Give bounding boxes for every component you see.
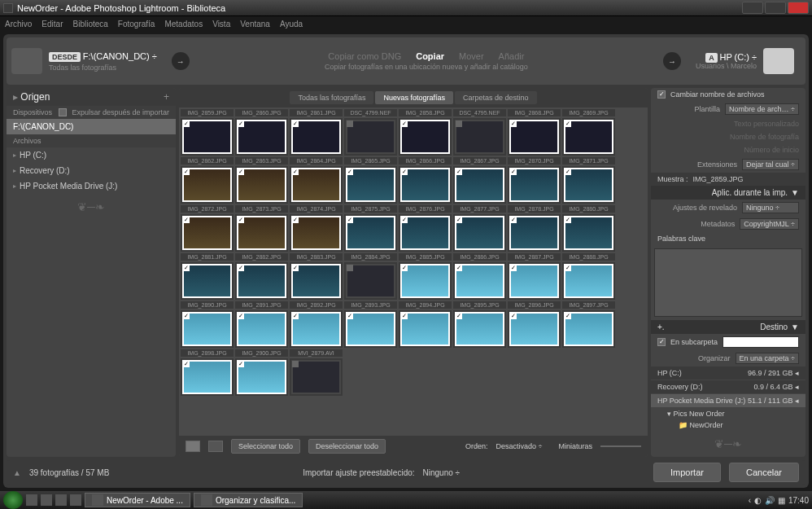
keywords-input[interactable] [654,248,802,317]
thumbnail-image[interactable] [564,312,613,346]
minimize-button[interactable] [742,2,763,14]
template-select[interactable]: Nombre de arch… ÷ [725,103,799,115]
menu-item[interactable]: Biblioteca [72,20,107,29]
thumbnail-image[interactable] [182,312,232,346]
thumbnail-image[interactable] [346,264,395,298]
thumbnail-image[interactable] [291,264,341,298]
filter-tab[interactable]: Carpetas de destino [455,91,537,104]
start-button[interactable] [3,491,23,509]
quick-launch-icon[interactable] [70,494,81,506]
thumbnail-image[interactable] [237,312,286,346]
thumbnail-image[interactable] [400,120,450,154]
thumb-size-slider[interactable] [600,445,641,447]
thumbnail-image[interactable] [509,264,559,298]
thumbnail-checkbox[interactable] [456,121,462,127]
thumbnail-checkbox[interactable]: ✓ [510,169,517,175]
thumbnail-checkbox[interactable]: ✓ [565,313,571,319]
import-mode-option[interactable]: Mover [459,51,484,61]
source-device[interactable]: F:\(CANON_DC) [7,119,176,134]
thumbnail-checkbox[interactable]: ✓ [183,217,190,223]
thumbnail-image[interactable] [237,168,286,202]
clock[interactable]: 17:40 [788,496,809,505]
thumbnail-image[interactable] [564,216,613,250]
destination-section-header[interactable]: +.Destino▼ [651,320,805,334]
apply-section-header[interactable]: Aplic. durante la imp.▼ [651,186,805,200]
thumbnail-checkbox[interactable]: ✓ [238,169,244,175]
thumbnail-checkbox[interactable]: ✓ [183,361,190,367]
menu-item[interactable]: Ventana [240,20,270,29]
destination-drive[interactable]: HP Pocket Media Drive (J:)51.1 / 111 GB … [651,394,805,408]
thumbnail-checkbox[interactable] [347,265,353,271]
thumbnail-image[interactable] [455,264,504,298]
dest-subfolder[interactable]: 📁 NewOrder [651,419,805,431]
thumbnail-image[interactable] [455,120,504,154]
thumbnail-checkbox[interactable]: ✓ [292,217,299,223]
thumbnail-checkbox[interactable]: ✓ [292,169,299,175]
thumbnail-image[interactable] [346,120,395,154]
thumbnail-checkbox[interactable]: ✓ [401,121,408,127]
eject-checkbox[interactable] [59,108,67,116]
thumbnail-image[interactable] [509,168,559,202]
thumbnail-image[interactable] [455,216,504,250]
thumbnail-checkbox[interactable]: ✓ [347,217,353,223]
deselect-all-button[interactable]: Deseleccionar todo [308,439,386,454]
from-path[interactable]: F:\(CANON_DC) ÷ [83,51,157,61]
thumbnail-image[interactable] [237,264,286,298]
menu-item[interactable]: Fotografía [118,20,155,29]
thumbnail-image[interactable] [182,216,232,250]
thumbnail-checkbox[interactable]: ✓ [183,121,190,127]
thumbnail-checkbox[interactable]: ✓ [510,265,517,271]
thumbnail-image[interactable] [564,168,613,202]
thumbnail-image[interactable] [291,216,341,250]
source-header[interactable]: Origen [7,88,176,106]
thumbnail-image[interactable] [182,264,232,298]
destination-drive[interactable]: HP (C:)96.9 / 291 GB ◂ [651,366,805,380]
thumbnail-checkbox[interactable]: ✓ [565,121,571,127]
loupe-view-button[interactable] [208,441,223,452]
thumbnail-checkbox[interactable]: ✓ [292,121,299,127]
menu-item[interactable]: Ayuda [280,20,303,29]
thumbnail-checkbox[interactable]: ✓ [401,169,408,175]
thumbnail-checkbox[interactable]: ✓ [238,121,244,127]
thumbnail-checkbox[interactable]: ✓ [238,313,244,319]
import-mode-option[interactable]: Copiar como DNG [328,51,401,61]
filter-tab[interactable]: Nuevas fotografías [375,91,453,104]
taskbar-task[interactable]: Organizar y clasifica... [194,493,303,507]
thumbnail-checkbox[interactable]: ✓ [183,265,190,271]
preset-select[interactable]: Ninguno ÷ [423,468,461,477]
thumbnail-checkbox[interactable]: ✓ [401,313,408,319]
thumbnail-image[interactable] [346,168,395,202]
sort-value[interactable]: Desactivado ÷ [496,442,543,450]
metadata-select[interactable]: CopyrightMJL ÷ [740,218,799,230]
taskbar-task[interactable]: NewOrder - Adobe ... [85,493,190,507]
thumbnail-image[interactable] [509,216,559,250]
thumbnail-checkbox[interactable]: ✓ [456,217,462,223]
tray-icon[interactable]: ◐ [754,496,762,505]
menu-item[interactable]: Editar [41,20,63,29]
cancel-button[interactable]: Cancelar [729,463,799,482]
thumbnail-image[interactable] [237,360,286,394]
select-all-button[interactable]: Seleccionar todo [231,439,300,454]
source-drive[interactable]: HP (C:) [7,147,176,163]
thumbnail-image[interactable] [400,168,450,202]
tray-icon[interactable]: 🔊 [765,496,775,505]
expand-icon[interactable]: ▲ [13,468,21,477]
thumbnail-image[interactable] [182,168,232,202]
thumbnail-image[interactable] [291,360,341,394]
maximize-button[interactable] [765,2,786,14]
thumbnail-image[interactable] [509,312,559,346]
thumbnail-checkbox[interactable]: ✓ [565,169,571,175]
thumbnail-image[interactable] [291,120,341,154]
quick-launch-icon[interactable] [26,494,37,506]
thumbnail-checkbox[interactable]: ✓ [292,313,299,319]
thumbnail-checkbox[interactable]: ✓ [510,121,517,127]
thumbnail-image[interactable] [564,120,613,154]
grid-view-button[interactable] [186,441,200,452]
thumbnail-image[interactable] [182,120,232,154]
to-path[interactable]: HP (C:) ÷ [719,52,757,62]
close-button[interactable] [788,2,809,14]
thumbnail-checkbox[interactable]: ✓ [510,217,517,223]
source-drive[interactable]: Recovery (D:) [7,163,176,178]
import-button[interactable]: Importar [653,463,721,482]
thumbnail-checkbox[interactable]: ✓ [456,265,462,271]
